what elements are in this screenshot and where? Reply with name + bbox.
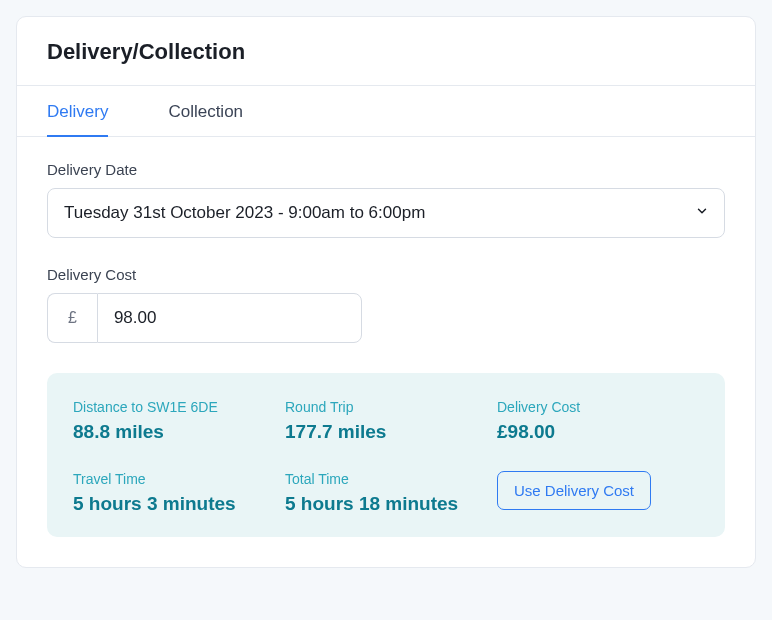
- summary-totaltime: Total Time 5 hours 18 minutes: [285, 471, 487, 515]
- summary-roundtrip-value: 177.7 miles: [285, 421, 487, 443]
- delivery-date-label: Delivery Date: [47, 161, 725, 178]
- tab-delivery[interactable]: Delivery: [47, 86, 108, 136]
- use-delivery-cost-button[interactable]: Use Delivery Cost: [497, 471, 651, 510]
- summary-distance: Distance to SW1E 6DE 88.8 miles: [73, 399, 275, 443]
- delivery-collection-card: Delivery/Collection Delivery Collection …: [16, 16, 756, 568]
- summary-action: Use Delivery Cost: [497, 471, 699, 510]
- delivery-cost-label: Delivery Cost: [47, 266, 725, 283]
- card-header: Delivery/Collection: [17, 17, 755, 85]
- delivery-cost-input[interactable]: [97, 293, 362, 343]
- summary-delcost: Delivery Cost £98.00: [497, 399, 699, 443]
- summary-distance-value: 88.8 miles: [73, 421, 275, 443]
- summary-distance-label: Distance to SW1E 6DE: [73, 399, 275, 415]
- currency-symbol: £: [47, 293, 97, 343]
- summary-traveltime-label: Travel Time: [73, 471, 275, 487]
- card-body: Delivery Date Tuesday 31st October 2023 …: [17, 137, 755, 567]
- summary-traveltime: Travel Time 5 hours 3 minutes: [73, 471, 275, 515]
- summary-roundtrip-label: Round Trip: [285, 399, 487, 415]
- card-title: Delivery/Collection: [47, 39, 725, 65]
- summary-totaltime-value: 5 hours 18 minutes: [285, 493, 487, 515]
- tab-collection[interactable]: Collection: [168, 86, 243, 136]
- delivery-date-select-wrap: Tuesday 31st October 2023 - 9:00am to 6:…: [47, 188, 725, 238]
- delivery-date-select[interactable]: Tuesday 31st October 2023 - 9:00am to 6:…: [47, 188, 725, 238]
- summary-panel: Distance to SW1E 6DE 88.8 miles Round Tr…: [47, 373, 725, 537]
- summary-totaltime-label: Total Time: [285, 471, 487, 487]
- summary-traveltime-value: 5 hours 3 minutes: [73, 493, 275, 515]
- summary-roundtrip: Round Trip 177.7 miles: [285, 399, 487, 443]
- delivery-cost-row: £: [47, 293, 725, 343]
- summary-delcost-value: £98.00: [497, 421, 699, 443]
- tabs: Delivery Collection: [17, 85, 755, 137]
- summary-delcost-label: Delivery Cost: [497, 399, 699, 415]
